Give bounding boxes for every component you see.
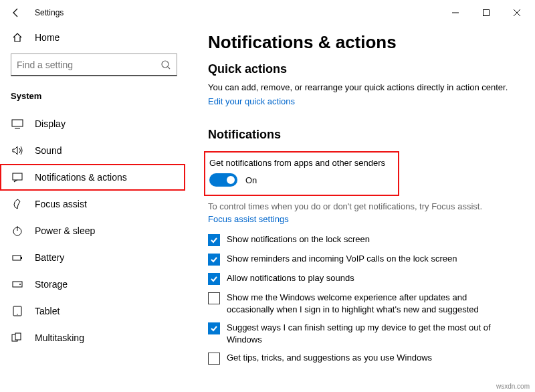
svg-rect-6 [13,173,22,180]
sidebar-item-focus-assist[interactable]: Focus assist [0,191,185,217]
checkbox-row: Show reminders and incoming VoIP calls o… [208,253,515,266]
page-title: Notifications & actions [208,32,515,53]
checkbox[interactable] [208,353,220,365]
quick-actions-title: Quick actions [208,62,515,76]
display-icon [11,118,24,130]
checkbox-row: Get tips, tricks, and suggestions as you… [208,352,515,365]
checkbox-label: Suggest ways I can finish setting up my … [227,322,494,345]
home-icon [11,32,24,43]
checkbox[interactable] [208,234,220,246]
focus-assist-hint: To control times when you do or don't ge… [208,201,515,211]
window-title: Settings [35,8,64,17]
multitasking-icon [11,332,24,344]
check-icon [210,275,218,283]
toggle-state-text: On [245,175,257,185]
sidebar-item-storage[interactable]: Storage [0,271,185,298]
svg-line-3 [168,67,170,69]
nav-list: Display Sound Notifications & actions Fo… [0,106,185,351]
focus-assist-icon [11,198,24,210]
svg-point-14 [17,314,17,314]
notification-options: Show notifications on the lock screenSho… [208,233,515,365]
check-icon [210,324,218,332]
sidebar-item-label: Multitasking [35,332,84,343]
edit-quick-actions-link[interactable]: Edit your quick actions [208,96,295,106]
power-icon [11,225,24,237]
sidebar-item-label: Sound [35,145,62,156]
search-icon [160,60,171,70]
svg-point-12 [19,284,21,285]
minimize-icon [452,9,459,16]
home-button[interactable]: Home [0,25,185,54]
svg-rect-16 [15,333,21,340]
sidebar-item-label: Focus assist [35,199,87,209]
sidebar-item-label: Notifications & actions [35,172,127,183]
checkbox-label: Show reminders and incoming VoIP calls o… [227,253,457,265]
maximize-icon [483,9,490,16]
notifications-toggle-block: Get notifications from apps and other se… [204,151,399,196]
notifications-icon [11,171,24,183]
search-box[interactable] [11,54,177,76]
svg-rect-1 [484,10,490,16]
sidebar-item-sound[interactable]: Sound [0,137,185,164]
notifications-title: Notifications [208,128,515,142]
section-title: System [0,76,185,106]
watermark: wsxdn.com [496,383,530,390]
checkbox-row: Show notifications on the lock screen [208,233,515,246]
checkbox[interactable] [208,322,220,334]
search-input[interactable] [17,60,160,70]
checkbox-label: Show notifications on the lock screen [227,233,370,246]
checkbox-row: Suggest ways I can finish setting up my … [208,322,515,345]
checkbox-label: Allow notifications to play sounds [227,272,354,284]
sidebar: Home System Display Sound Notifications … [0,25,188,392]
checkbox-row: Allow notifications to play sounds [208,272,515,285]
notifications-toggle-label: Get notifications from apps and other se… [208,158,389,168]
checkbox[interactable] [208,292,220,304]
checkbox-label: Show me the Windows welcome experience a… [227,292,494,315]
focus-assist-link[interactable]: Focus assist settings [208,214,289,224]
home-label: Home [35,32,60,43]
sidebar-item-battery[interactable]: Battery [0,244,185,271]
quick-actions-desc: You can add, remove, or rearrange your q… [208,82,515,94]
sidebar-item-power-sleep[interactable]: Power & sleep [0,217,185,244]
minimize-button[interactable] [440,3,471,23]
close-icon [514,9,520,16]
check-icon [210,256,218,264]
main-content: Notifications & actions Quick actions Yo… [188,25,535,392]
battery-icon [11,252,24,264]
svg-rect-9 [13,256,21,260]
maximize-button[interactable] [471,3,502,23]
notifications-toggle[interactable] [209,173,237,187]
titlebar: Settings [0,0,535,25]
window-controls [440,3,532,23]
sidebar-item-label: Battery [35,252,64,263]
sidebar-item-multitasking[interactable]: Multitasking [0,324,185,351]
checkbox-row: Show me the Windows welcome experience a… [208,292,515,315]
back-button[interactable] [3,0,29,25]
sidebar-item-label: Tablet [35,306,60,316]
sound-icon [11,144,24,157]
sidebar-item-label: Display [35,118,66,129]
arrow-left-icon [11,7,21,18]
svg-point-2 [162,61,169,68]
sidebar-item-notifications[interactable]: Notifications & actions [0,164,185,191]
checkbox-label: Get tips, tricks, and suggestions as you… [227,352,432,364]
sidebar-item-label: Power & sleep [35,225,95,236]
sidebar-item-label: Storage [35,279,68,290]
checkbox[interactable] [208,273,220,285]
svg-rect-10 [21,257,22,259]
checkbox[interactable] [208,254,220,266]
tablet-icon [11,305,24,317]
svg-rect-4 [12,120,23,126]
sidebar-item-display[interactable]: Display [0,110,185,137]
storage-icon [11,278,24,290]
sidebar-item-tablet[interactable]: Tablet [0,298,185,324]
check-icon [210,236,218,244]
close-button[interactable] [502,3,532,23]
